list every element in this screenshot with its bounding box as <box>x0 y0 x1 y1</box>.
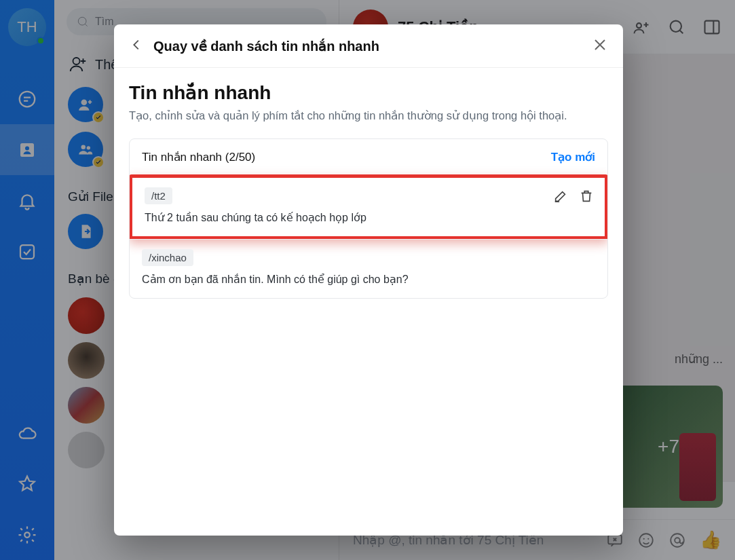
trash-icon[interactable] <box>579 189 594 204</box>
message-text: Cảm ơn bạn đã nhắn tin. Mình có thể giúp… <box>142 273 595 286</box>
modal-subtitle: Tạo, chỉnh sửa và quản lý phím tắt cho n… <box>129 109 608 122</box>
create-button[interactable]: Tạo mới <box>551 150 595 164</box>
quick-message-item[interactable]: /tt2 Thứ 2 tuần sau chúng ta có kế hoạch… <box>129 174 608 240</box>
quick-message-modal: Quay về danh sách tin nhắn nhanh Tin nhắ… <box>114 24 623 536</box>
modal-body: Tin nhắn nhanh Tạo, chỉnh sửa và quản lý… <box>114 68 623 536</box>
shortcut-chip: /xinchao <box>142 249 193 266</box>
chevron-left-icon <box>129 37 144 52</box>
modal-title: Tin nhắn nhanh <box>129 81 608 104</box>
close-button[interactable] <box>592 37 608 56</box>
shortcut-chip: /tt2 <box>145 187 172 204</box>
back-button[interactable] <box>129 37 144 55</box>
close-icon <box>592 37 608 53</box>
quick-message-card: Tin nhắn nhanh (2/50) Tạo mới /tt2 Thứ 2… <box>129 138 608 299</box>
edit-icon[interactable] <box>553 189 568 204</box>
count-label: Tin nhắn nhanh (2/50) <box>142 150 255 164</box>
modal-header: Quay về danh sách tin nhắn nhanh <box>114 24 623 68</box>
quick-message-item[interactable]: /xinchao Cảm ơn bạn đã nhắn tin. Mình có… <box>130 239 607 298</box>
card-header: Tin nhắn nhanh (2/50) Tạo mới <box>130 139 607 175</box>
item-actions <box>553 189 594 204</box>
message-text: Thứ 2 tuần sau chúng ta có kế hoạch họp … <box>145 211 592 224</box>
modal-back-label: Quay về danh sách tin nhắn nhanh <box>153 38 379 54</box>
